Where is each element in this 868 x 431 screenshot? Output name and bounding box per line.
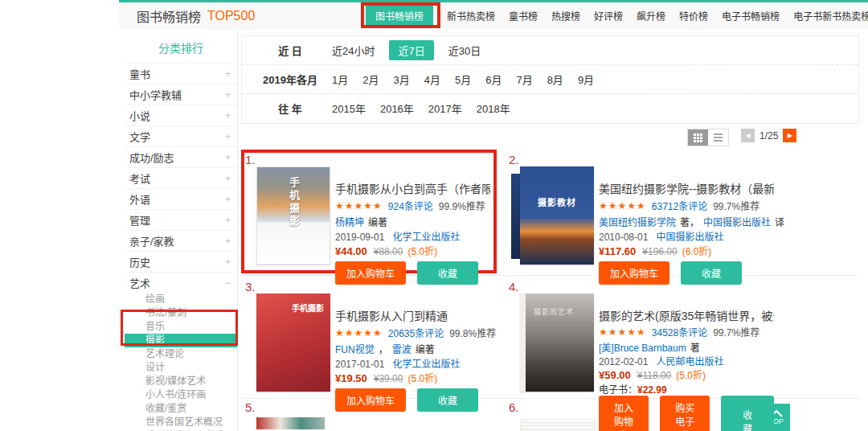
book-cover[interactable] [520, 419, 596, 431]
sidebar-subcategory[interactable]: 艺术理论 [125, 347, 237, 361]
filter-option[interactable]: 近24小时 [332, 43, 375, 58]
list-view-button[interactable] [708, 129, 728, 146]
sidebar-category[interactable]: 文学 + [125, 125, 237, 146]
expand-toggle-icon[interactable]: − [225, 277, 231, 289]
publish-line: 2012-02-01人民邮电出版社 [599, 354, 774, 364]
sidebar-subcategory[interactable]: 收藏/鉴赏 [125, 402, 237, 416]
sidebar-subcategory[interactable]: 绘画 [125, 293, 237, 306]
sidebar-category[interactable]: 艺术 − [125, 272, 237, 293]
expand-toggle-icon[interactable]: + [225, 236, 231, 247]
sidebar-subcategory[interactable]: 书法/篆刻 [125, 306, 237, 320]
sidebar-title: 分类排行 [125, 29, 237, 63]
publisher-link[interactable]: 人民邮电出版社 [656, 356, 723, 367]
original-price: ¥88.00 [374, 246, 403, 257]
filter-option[interactable]: 8月 [547, 72, 563, 87]
reviews-link[interactable]: 924条评论 [388, 199, 433, 212]
publish-date: 2012-02-01 [599, 356, 648, 367]
filter-option[interactable]: 5月 [455, 72, 471, 87]
filter-option[interactable]: 3月 [393, 72, 409, 87]
book-title-link[interactable]: 美国纽约摄影学院--摄影教材（最新修订 [599, 182, 774, 196]
author-link[interactable]: 杨精坤 [335, 217, 364, 228]
filter-option[interactable]: 近7日 [389, 40, 433, 60]
book-title-link[interactable]: 手机摄影从小白到高手（作者限量签名本 [335, 182, 490, 196]
expand-toggle-icon[interactable]: + [225, 194, 231, 205]
author-link[interactable]: [美]Bruce Barnbaum [599, 343, 686, 354]
rating-row: ★★★★★ 20635条评论 99.8%推荐 [335, 327, 490, 338]
sidebar-category[interactable]: 考试 + [125, 167, 237, 188]
filter-option[interactable]: 1月 [332, 72, 348, 87]
sidebar-subcategory[interactable]: 小人书/连环画 [125, 388, 237, 402]
sidebar-category[interactable]: 中小学教辅 + [125, 84, 237, 105]
publish-line: 2010-08-01中国摄影出版社 [599, 229, 774, 240]
book-cover[interactable]: 摄影教材 [520, 166, 594, 265]
book-cover[interactable]: 手机摄影 [256, 293, 330, 392]
rank-number: 2. [509, 153, 519, 166]
sidebar-category[interactable]: 童书 + [125, 63, 237, 84]
author-link[interactable]: 中国摄影出版社 [703, 217, 771, 228]
expand-toggle-icon[interactable]: + [225, 152, 231, 163]
filter-option[interactable]: 6月 [485, 72, 502, 87]
filter-row-label: 近 日 [258, 43, 322, 58]
sidebar-subcategory[interactable]: 世界各国艺术概况 [125, 416, 237, 429]
sidebar-category[interactable]: 小说 + [125, 105, 237, 125]
reviews-link[interactable]: 20635条评论 [388, 326, 444, 339]
sidebar-category[interactable]: 亲子/家教 + [125, 230, 237, 251]
publisher-link[interactable]: 化学工业出版社 [392, 359, 460, 370]
nav-tab[interactable]: 新书热卖榜 [447, 9, 495, 23]
star-rating-icon: ★★★★★ [335, 328, 383, 338]
filter-option[interactable]: 近30日 [448, 43, 481, 58]
book-title-link[interactable]: 摄影的艺术(原版35年畅销世界，被全球 [599, 309, 774, 323]
nav-tab[interactable]: 电子书畅销榜 [722, 9, 780, 23]
author-link[interactable]: 美国纽约摄影学院 [599, 217, 676, 228]
sidebar-category[interactable]: 成功/励志 + [125, 146, 237, 167]
book-cover[interactable]: 摄影的艺术 [520, 293, 594, 392]
filter-option[interactable]: 2016年 [380, 101, 414, 116]
cover-title-text: 摄影教材 [520, 195, 594, 208]
expand-toggle-icon[interactable]: + [225, 110, 231, 121]
prev-page-button[interactable]: ◀ [741, 129, 755, 142]
publisher-link[interactable]: 化学工业出版社 [392, 232, 460, 243]
filter-option[interactable]: 2月 [362, 72, 379, 87]
sidebar-category[interactable]: 外语 + [125, 188, 237, 209]
filter-option[interactable]: 2015年 [332, 101, 366, 116]
expand-toggle-icon[interactable]: + [225, 173, 231, 184]
expand-toggle-icon[interactable]: + [225, 89, 231, 101]
nav-tab[interactable]: 图书畅销榜 [366, 4, 433, 27]
filter-option[interactable]: 9月 [578, 72, 594, 87]
sidebar-category[interactable]: 管理 + [125, 209, 237, 230]
nav-tab[interactable]: 电子书新书热卖榜 [793, 9, 868, 23]
category-label: 小说 [129, 108, 150, 123]
publish-date: 2010-08-01 [599, 232, 648, 243]
book-cover[interactable]: 手机摄影 [256, 166, 330, 265]
book-list-item: 3. 手机摄影 手机摄影从入门到精通 ★★★★★ 20635条评论 99.8%推… [245, 280, 490, 412]
filter-option[interactable]: 2018年 [477, 101, 510, 116]
recommend-percent: 99.7%推荐 [713, 199, 760, 212]
expand-toggle-icon[interactable]: + [225, 68, 231, 80]
expand-toggle-icon[interactable]: + [225, 131, 231, 142]
next-page-button[interactable]: ▶ [783, 129, 796, 142]
sidebar-subcategory[interactable]: 音乐 [125, 320, 237, 334]
sidebar-category[interactable]: 历史 + [125, 251, 237, 272]
sidebar-subcategory[interactable]: 设计 [125, 361, 237, 375]
author-link[interactable]: FUN视觉 [335, 344, 375, 355]
filter-option[interactable]: 2017年 [428, 101, 462, 116]
expand-toggle-icon[interactable]: + [225, 257, 231, 268]
filter-option[interactable]: 7月 [516, 72, 532, 87]
book-cover[interactable] [256, 417, 325, 429]
reviews-link[interactable]: 63712条评论 [652, 199, 707, 212]
sidebar-subcategory[interactable]: 摄影 [125, 334, 237, 347]
grid-view-button[interactable] [688, 129, 708, 146]
book-title-link[interactable]: 手机摄影从入门到精通 [335, 309, 490, 323]
author-role: ， [379, 344, 388, 355]
reviews-link[interactable]: 34528条评论 [652, 325, 707, 339]
nav-tab[interactable]: 飙升榜 [637, 9, 665, 23]
nav-tab[interactable]: 童书榜 [509, 9, 538, 23]
nav-tab[interactable]: 特价榜 [679, 9, 708, 23]
sidebar-subcategory[interactable]: 影视/媒体艺术 [125, 375, 237, 388]
nav-tab[interactable]: 好评榜 [594, 9, 623, 23]
publisher-link[interactable]: 中国摄影出版社 [656, 232, 723, 243]
expand-toggle-icon[interactable]: + [225, 215, 231, 226]
author-link[interactable]: 雷波 [392, 344, 411, 355]
filter-option[interactable]: 4月 [424, 72, 440, 87]
nav-tab[interactable]: 热搜榜 [551, 9, 580, 23]
